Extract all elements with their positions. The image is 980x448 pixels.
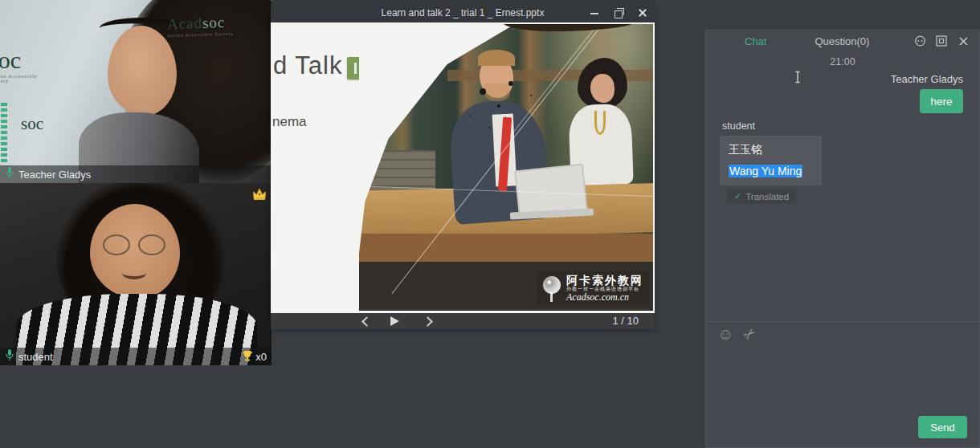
play-button[interactable] — [390, 316, 399, 326]
close-panel-icon[interactable] — [957, 35, 970, 47]
input-divider — [706, 321, 979, 322]
classroom-app: Acadsoc Online Accessible Society soc On… — [0, 0, 980, 448]
slide-nav-bar: 1 / 10 — [271, 313, 655, 329]
student-label-bar: student x0 — [0, 348, 272, 365]
chat-header: Chat Question(0) — [706, 31, 979, 51]
check-icon: ✓ — [734, 191, 741, 202]
microphone-icon[interactable] — [5, 349, 14, 365]
prev-slide-button[interactable] — [361, 316, 370, 326]
slide-subline: nema — [272, 114, 307, 130]
student-video-tile: student x0 — [0, 183, 272, 365]
volume-meter — [1, 103, 7, 162]
minimize-icon[interactable] — [589, 7, 600, 18]
message-input[interactable] — [708, 348, 978, 411]
message-text-cn: 王玉铭 — [729, 143, 813, 157]
chat-panel: Chat Question(0) 21:00 Teacher Gladys he… — [705, 30, 980, 448]
acadsoc-watermark: 阿卡索外教网 外教一对一在线英语培训平台 Acadsoc.com.cn — [537, 271, 649, 306]
chat-history-icon[interactable] — [913, 35, 926, 47]
popout-window-icon[interactable] — [935, 35, 948, 47]
message-sender: Teacher Gladys — [891, 73, 963, 85]
tree-logo-icon — [542, 276, 561, 302]
slide-canvas: d Talk nema — [271, 22, 655, 313]
poster-logo-soc: soc — [202, 14, 226, 31]
ppt-window: Learn and talk 2 _ trial 1 _ Ernest.pptx… — [271, 2, 655, 329]
teacher-video-tile: Acadsoc Online Accessible Society soc On… — [0, 0, 272, 183]
emoji-icon[interactable]: ☺ — [717, 326, 733, 342]
message-bubble-student: 王玉铭 Wang Yu Ming — [720, 136, 822, 185]
message-text-en-selected: Wang Yu Ming — [729, 165, 802, 177]
acadsoc-poster-partial-2: soc — [21, 114, 43, 134]
slide-photo: 阿卡索外教网 外教一对一在线英语培训平台 Acadsoc.com.cn — [359, 24, 653, 311]
chat-timestamp: 21:00 — [706, 56, 979, 67]
slide-heading: d Talk — [273, 51, 342, 80]
message-bubble-teacher: here — [920, 89, 963, 113]
send-button[interactable]: Send — [918, 416, 967, 438]
close-icon[interactable] — [637, 7, 648, 18]
acadsoc-poster-partial: soc Online Accessible Society — [0, 47, 58, 83]
text-cursor — [793, 71, 802, 87]
microphone-icon[interactable] — [5, 167, 14, 182]
tab-chat[interactable]: Chat — [745, 35, 766, 47]
trophy-count: x0 — [255, 351, 267, 363]
teacher-name-label: Teacher Gladys — [18, 169, 91, 181]
trophy-icon — [242, 350, 253, 364]
ppt-title: Learn and talk 2 _ trial 1 _ Ernest.pptx — [382, 7, 545, 18]
tab-question[interactable]: Question(0) — [815, 35, 869, 47]
student-name-label: student — [18, 351, 53, 363]
translated-badge: ✓ Translated — [727, 189, 796, 204]
acadsoc-poster-logo: Acadsoc Online Accessible Society — [167, 14, 234, 39]
ppt-titlebar[interactable]: Learn and talk 2 _ trial 1 _ Ernest.pptx — [271, 2, 655, 22]
teacher-label-bar: Teacher Gladys — [0, 165, 272, 183]
restore-icon[interactable] — [613, 7, 624, 18]
screenshot-scissors-icon[interactable]: ✂ — [741, 324, 759, 343]
page-indicator: 1 / 10 — [612, 313, 639, 329]
next-slide-button[interactable] — [422, 316, 431, 326]
crown-icon — [251, 187, 267, 204]
message-sender: student — [722, 120, 755, 132]
